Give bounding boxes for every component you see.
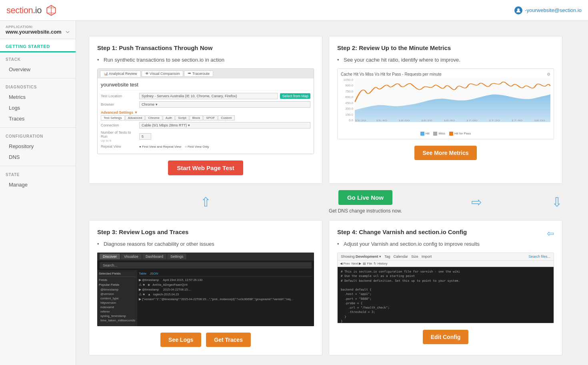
step1-form: yourwebsite test Test Location Sydney - … [98, 78, 314, 154]
svg-text:17:20: 17:20 [489, 119, 500, 122]
code-line-10: .threshold = 3; [341, 310, 550, 314]
field-syslog-timestamp: syslog_timestamp [99, 314, 136, 318]
advanced-tab[interactable]: Advanced [125, 115, 145, 120]
sidebar-item-dns[interactable]: DNS [6, 152, 70, 162]
browser-value: Chrome ▾ [139, 101, 310, 108]
sidebar-item-manage[interactable]: Manage [6, 179, 70, 190]
step3-buttons: See Logs Get Traces [97, 333, 314, 347]
app-selector[interactable]: APPLICATION: www.yourwebsite.com [0, 21, 76, 39]
see-logs-button[interactable]: See Logs [160, 333, 201, 347]
tests-value: 5 [139, 133, 151, 140]
view-value: ● First View and Repeat View ○ First Vie… [139, 145, 209, 148]
visual-comparison-tab[interactable]: 👁 Visual Comparison [142, 70, 184, 77]
code-line-12: } [341, 319, 550, 323]
file-btn[interactable]: ▤ File [363, 262, 372, 265]
custom-tab[interactable]: Custom [218, 115, 235, 120]
step1-bullet: Run synthetic transactions to see sectio… [97, 57, 314, 63]
header-user[interactable]: -yourwebsite@section.io [514, 6, 582, 14]
divider-1 [0, 78, 76, 78]
dns-instructions-text: Get DNS change instructions now. [329, 208, 402, 214]
log-entry-5: ▶ {"version":"1","@timestamp":"2015-04-2… [139, 297, 312, 302]
logs-search[interactable]: Search... [100, 262, 312, 269]
traceroute-tab[interactable]: ⮕ Traceroute [184, 70, 213, 77]
step2-chart-container: Cache Hit Vs Miss Vs Hit for Pass - Requ… [337, 68, 554, 139]
chart-svg: 15:20 15:40 16:00 16:20 16:40 17:00 17:2… [355, 78, 550, 122]
svg-text:17:40: 17:40 [511, 119, 522, 122]
selected-fields-label: Selected Fields [99, 272, 136, 275]
spof-tab[interactable]: SPOF [203, 115, 218, 120]
field-indexamit: indexamit [99, 305, 136, 309]
get-traces-button[interactable]: Get Traces [206, 333, 251, 347]
step2-bullet: See your cache hit ratio, identify where… [337, 57, 554, 63]
step2-card: Step 2: Review Up to the Minute Metrics … [329, 36, 562, 184]
chevron-down-icon [65, 30, 70, 34]
chrome-tab[interactable]: Chrome [145, 115, 162, 120]
prev-btn[interactable]: ◀ Prev [340, 262, 350, 265]
step4-inner: Step 4: Change Varnish and section.io Co… [337, 229, 554, 253]
sidebar-item-repository[interactable]: Repository [6, 141, 70, 152]
select-from-map-btn[interactable]: Select from Map [280, 93, 310, 99]
step4-title: Step 4: Change Varnish and section.io Co… [337, 229, 543, 235]
logs-tabs-bar: Discover Visualize Dashboard Settings [97, 253, 314, 261]
chart-title-text: Cache Hit Vs Miss Vs Hit for Pass - Requ… [341, 72, 442, 76]
analytical-review-tab[interactable]: 📊 Analytical Review [100, 70, 141, 77]
code-line-3: # Default backend definition. Set this u… [341, 279, 550, 283]
settings-tab[interactable]: Settings [167, 254, 187, 259]
log-entry-3: ▶ @timestamp 2015-04-22T06:15:... [139, 287, 312, 292]
discover-tab[interactable]: Discover [100, 254, 120, 259]
sidebar-item-overview[interactable]: Overview [6, 64, 70, 75]
advanced-settings-toggle[interactable]: Advanced Settings ▼ [101, 110, 310, 115]
sidebar-item-metrics[interactable]: Metrics [6, 92, 70, 102]
next-btn[interactable]: Next ▶ [352, 262, 362, 265]
config-header: Showing Development ▾ Tag Calendar Size … [338, 253, 554, 261]
logs-sidebar: Selected Fields Fields Popular Fields @t… [97, 270, 137, 326]
test-settings-tab[interactable]: Test Settings [101, 115, 125, 120]
chart-area: 1050.0900.0750.0600.0450.0300.0150.00.0 [341, 78, 550, 130]
svg-text:15:40: 15:40 [376, 119, 387, 122]
getting-started-label: GETTING STARTED [6, 44, 70, 49]
app-name-row: www.yourwebsite.com [6, 29, 70, 35]
steps-grid: Step 1: Push Transactions Through Now Ru… [86, 33, 566, 359]
step3-title: Step 3: Review Logs and Traces [97, 229, 314, 235]
svg-text:17:00: 17:00 [466, 119, 477, 122]
step1-arrow: ⇧ [86, 187, 326, 217]
svg-text:16:20: 16:20 [421, 119, 432, 122]
go-live-button[interactable]: Go Live Now [338, 190, 392, 205]
sidebar-item-traces[interactable]: Traces [6, 113, 70, 124]
sidebar-item-logs[interactable]: Logs [6, 102, 70, 113]
config-tab-calendar: Calendar [394, 255, 408, 259]
dashboard-tab[interactable]: Dashboard [142, 254, 166, 259]
field-referer: referer [99, 309, 136, 314]
log-entries: ▶ @timestamp April 23rd 2015, 12:57:26.1… [139, 278, 312, 302]
visualize-tab[interactable]: Visualize [121, 254, 142, 259]
start-web-page-test-button[interactable]: Start Web Page Test [168, 160, 243, 175]
config-tab-tag: Tag [384, 255, 390, 259]
svg-text:16:00: 16:00 [398, 119, 410, 122]
state-section-title: STATE [6, 172, 70, 177]
block-tab[interactable]: Block [190, 115, 203, 120]
history-btn[interactable]: ↻ History [374, 262, 387, 265]
logs-content: Selected Fields Fields Popular Fields @t… [97, 270, 314, 326]
location-label: Test Location [101, 94, 137, 98]
form-connection-row: Connection Cable (5/1 Mbps 28ms RTT) ▾ [101, 122, 310, 128]
middle-controls-row: Go Live Now Get DNS change instructions … [326, 187, 566, 217]
divider-3 [0, 166, 76, 166]
popular-fields-label: Popular Fields [99, 283, 136, 287]
settings-tabs: Test Settings Advanced Chrome Auth Scrip… [101, 115, 310, 120]
code-line-5: backend default { [341, 287, 550, 292]
svg-text:16:40: 16:40 [444, 119, 455, 122]
config-search[interactable]: Search files... [528, 255, 550, 259]
sidebar: APPLICATION: www.yourwebsite.com GETTING… [0, 21, 76, 365]
legend-hit: Hit [420, 132, 430, 136]
see-more-metrics-button[interactable]: See More Metrics [414, 146, 476, 160]
field-content-type: content_type [99, 296, 136, 301]
chart-settings-icon[interactable]: ⚙ [547, 72, 550, 76]
connection-label: Connection [101, 123, 137, 127]
auth-tab[interactable]: Auth [163, 115, 175, 120]
logo-text: section.io [6, 5, 42, 16]
script-tab[interactable]: Script [175, 115, 189, 120]
step2-title: Step 2: Review Up to the Minute Metrics [337, 44, 554, 51]
edit-config-button[interactable]: Edit Config [423, 330, 469, 344]
step3-bullet: Diagnose reasons for cachability or othe… [97, 241, 314, 247]
json-col: JSON [150, 272, 158, 275]
